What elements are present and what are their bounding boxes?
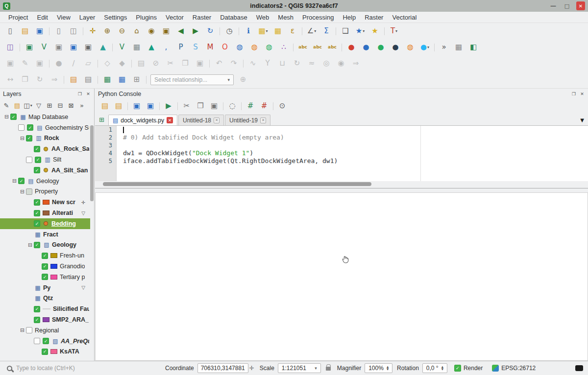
move-feature-icon[interactable]: ↔: [4, 74, 16, 86]
layer-checkbox[interactable]: ✓: [18, 178, 24, 184]
layer-row-tertiary-p[interactable]: ✓Tertiary p: [0, 272, 90, 282]
maximize-button[interactable]: □: [563, 1, 571, 10]
close-panel-icon[interactable]: ✕: [85, 91, 91, 97]
layer-label[interactable]: KsATA: [60, 348, 79, 355]
open-layer-styling-icon[interactable]: ✎: [1, 100, 12, 111]
layer-checkbox[interactable]: ✓: [34, 242, 40, 248]
close-button[interactable]: ✕: [576, 1, 585, 10]
add-postgis-icon[interactable]: P: [175, 42, 187, 53]
close-tab-icon[interactable]: ✕: [167, 117, 173, 123]
chevron-down-icon[interactable]: ▾: [224, 77, 230, 82]
layer-row-map-database[interactable]: ⊟✓▦Map Database: [0, 112, 90, 122]
layer-checkbox[interactable]: ✓: [10, 114, 17, 120]
menu-item-view[interactable]: View: [52, 14, 75, 21]
layer-row-rock[interactable]: ⊟✓▥Rock: [0, 133, 90, 144]
zoom-last-icon[interactable]: ◀: [175, 25, 187, 37]
layer-label[interactable]: Regional: [35, 327, 59, 334]
new-project-icon[interactable]: ▯: [4, 25, 16, 37]
expand-all-icon[interactable]: ⊞: [45, 100, 55, 111]
cut-icon[interactable]: ✂: [181, 101, 192, 112]
locate-search-input[interactable]: Type to locate (Ctrl+K): [5, 365, 161, 372]
float-panel-icon[interactable]: ❐: [571, 91, 577, 97]
layer-checkbox[interactable]: ✓: [34, 317, 40, 323]
layout-manager-icon[interactable]: ◫: [68, 25, 79, 37]
zoom-full-icon[interactable]: ⌂: [131, 25, 143, 37]
map-canvas[interactable]: [95, 192, 588, 361]
crs-status[interactable]: EPSG:26712: [501, 365, 536, 372]
layer-label[interactable]: Silt: [53, 156, 61, 163]
cut-features-icon[interactable]: ✂: [165, 58, 176, 70]
console-tab-untitled-19[interactable]: Untitled-19✕: [225, 115, 270, 125]
layer-checkbox[interactable]: ✓: [34, 146, 40, 152]
layer-row-aa-silt-san[interactable]: ✓AA_Silt_San: [0, 165, 90, 176]
new-tab-icon[interactable]: ⊞: [99, 116, 104, 123]
layer-labeling-single-icon[interactable]: abc: [312, 42, 323, 53]
scrollbar-thumb[interactable]: [103, 182, 371, 186]
layer-checkbox[interactable]: ✓: [34, 210, 40, 216]
attribute-table-icon[interactable]: ▦: [101, 74, 113, 86]
save-as-script-icon[interactable]: ▣: [145, 101, 156, 112]
code-editor[interactable]: 12# 0) Add tabified Dock Widget (empty a…: [95, 125, 588, 181]
layer-checkbox[interactable]: ✓: [42, 274, 48, 280]
layer-checkbox[interactable]: [26, 188, 32, 195]
paste-icon[interactable]: ▣: [209, 101, 220, 112]
layer-label[interactable]: AA_Rock_Sa: [51, 145, 89, 152]
layer-label[interactable]: Geology: [52, 241, 76, 248]
add-group-icon[interactable]: ▤: [12, 100, 23, 111]
spin-down-icon[interactable]: ▼: [441, 368, 443, 371]
menu-item-raster[interactable]: Raster: [188, 14, 216, 21]
identify-features-icon[interactable]: ℹ: [243, 25, 254, 37]
magnifier-spinbox[interactable]: 100% ▲▼: [365, 363, 392, 373]
offset-curve-icon[interactable]: ⇒: [350, 58, 362, 70]
layer-labeling-icon[interactable]: abc: [297, 42, 309, 53]
layer-label[interactable]: New scr: [52, 199, 75, 206]
delete-selected-icon[interactable]: ⊘: [150, 58, 162, 70]
toolbar-overflow-icon[interactable]: »: [438, 42, 450, 53]
new-print-layout-icon[interactable]: ▯: [53, 25, 65, 37]
open-script-icon[interactable]: ▤: [99, 101, 110, 112]
save-project-icon[interactable]: ▣: [34, 25, 46, 37]
layer-diagram-icon[interactable]: abc: [326, 42, 338, 53]
current-edits-icon[interactable]: ▣: [4, 58, 16, 70]
console-tab-dock-widgets-py[interactable]: ▤dock_widgets.py✕: [108, 115, 177, 125]
add-wms-icon[interactable]: ◍: [234, 42, 245, 53]
spin-down-icon[interactable]: ▼: [387, 368, 389, 371]
menu-item-vectorial[interactable]: Vectorial: [388, 14, 421, 21]
relationship-combo[interactable]: Select relationship...▾: [150, 74, 234, 85]
add-point-cloud-icon[interactable]: ∴: [278, 42, 290, 53]
save-edits-icon[interactable]: ▣: [34, 58, 46, 70]
layer-row-aa-prequat[interactable]: ✓▧AA_PreQuat: [0, 336, 90, 347]
layer-checkbox[interactable]: ✓: [27, 124, 33, 131]
field-calculator-icon[interactable]: ⊞: [131, 74, 143, 86]
add-wfs-icon[interactable]: ◍: [248, 42, 260, 53]
add-wcs-icon[interactable]: ◍: [263, 42, 275, 53]
render-checkbox[interactable]: ✓: [454, 365, 461, 372]
statistical-summary-icon[interactable]: Σ: [320, 25, 332, 37]
layer-label[interactable]: AA_Silt_San: [51, 167, 88, 174]
close-panel-icon[interactable]: ✕: [579, 91, 585, 97]
console-tab-untitled-18[interactable]: Untitled-18✕: [178, 115, 224, 125]
collapse-all-icon[interactable]: ⊟: [55, 100, 66, 111]
add-mssql-icon[interactable]: M: [204, 42, 216, 53]
reshape-features-icon[interactable]: ∿: [247, 58, 259, 70]
layer-row-geochemistry-sui[interactable]: ✓▤Geochemistry Sui: [0, 122, 90, 133]
add-raster-layer-icon[interactable]: ▦: [131, 42, 143, 53]
layer-row-ksata[interactable]: ✓KsATA: [0, 347, 90, 357]
quickmap-services-icon[interactable]: ◍: [404, 42, 416, 53]
world-dark-icon[interactable]: ●: [390, 42, 401, 53]
simplify-feature-icon[interactable]: ≈: [306, 58, 318, 70]
scrollbar-thumb[interactable]: [90, 125, 94, 201]
remove-layer-icon[interactable]: ⊠: [66, 100, 76, 111]
layer-row-silt[interactable]: ✓▥Silt: [0, 154, 90, 165]
fill-ring-icon[interactable]: ◉: [335, 58, 347, 70]
manage-map-themes-icon[interactable]: ◫▾: [23, 100, 33, 111]
layer-row-py[interactable]: ▦Py▽: [0, 282, 90, 293]
split-features-icon[interactable]: Y: [262, 58, 273, 70]
menu-item-help[interactable]: Help: [338, 14, 360, 21]
chevron-down-icon[interactable]: ▾: [312, 366, 317, 371]
layer-checkbox[interactable]: ✓: [42, 349, 48, 355]
world-green-icon[interactable]: ●: [375, 42, 387, 53]
run-script-icon[interactable]: ▶: [163, 101, 174, 112]
toggle-editing-icon[interactable]: ✎: [19, 58, 31, 70]
new-geopackage-icon[interactable]: ▣: [24, 42, 35, 53]
